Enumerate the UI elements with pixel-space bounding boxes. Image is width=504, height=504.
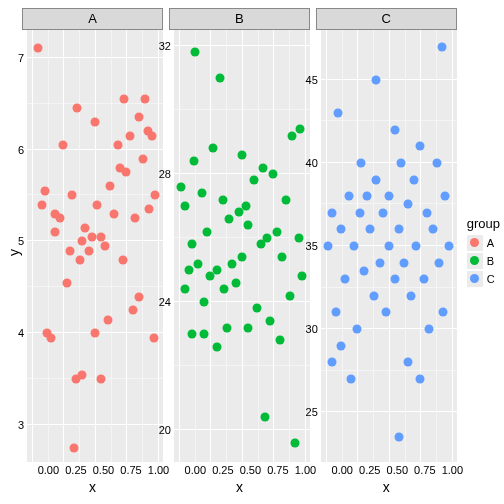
data-point [128, 306, 137, 315]
x-tick-label: 1.00 [148, 464, 169, 476]
x-tick-label: 0.50 [240, 464, 261, 476]
data-point [324, 242, 333, 251]
data-point [275, 336, 284, 345]
data-point [63, 278, 72, 287]
data-point [437, 42, 446, 51]
x-tick-label: 0.75 [267, 464, 288, 476]
data-point [135, 292, 144, 301]
facet-panel-B: B202428320.000.250.500.751.00x [169, 8, 310, 496]
data-point [359, 266, 368, 275]
data-point [328, 208, 337, 217]
data-point [191, 48, 200, 57]
data-point [265, 317, 274, 326]
x-tick-label: 0.00 [38, 464, 59, 476]
data-point [244, 323, 253, 332]
data-point [69, 444, 78, 453]
data-point [445, 242, 454, 251]
data-point [50, 228, 59, 237]
data-point [225, 214, 234, 223]
data-point [407, 291, 416, 300]
data-point [118, 255, 127, 264]
data-point [219, 195, 228, 204]
facet-strip: C [316, 8, 457, 30]
data-point [65, 246, 74, 255]
data-point [344, 192, 353, 201]
data-point [328, 358, 337, 367]
data-point [200, 330, 209, 339]
data-point [80, 223, 89, 232]
data-point [131, 214, 140, 223]
x-tick-label: 0.75 [414, 464, 435, 476]
data-point [193, 259, 202, 268]
data-point [403, 200, 412, 209]
data-point [336, 225, 345, 234]
y-tick-label: 24 [159, 296, 171, 308]
data-point [384, 242, 393, 251]
data-point [34, 44, 43, 53]
data-point [409, 175, 418, 184]
data-point [391, 275, 400, 284]
data-point [285, 291, 294, 300]
data-point [259, 163, 268, 172]
data-point [222, 323, 231, 332]
facet-strip: A [22, 8, 163, 30]
data-point [101, 242, 110, 251]
data-point [428, 225, 437, 234]
data-point [73, 104, 82, 113]
data-point [441, 192, 450, 201]
data-point [151, 191, 160, 200]
data-point [227, 259, 236, 268]
data-point [40, 186, 49, 195]
data-point [88, 232, 97, 241]
data-point [200, 298, 209, 307]
data-point [202, 227, 211, 236]
data-point [336, 341, 345, 350]
data-point [113, 140, 122, 149]
data-point [365, 225, 374, 234]
legend-label: A [487, 237, 494, 249]
data-point [145, 205, 154, 214]
data-point [97, 232, 106, 241]
data-point [78, 237, 87, 246]
legend: group ABC [467, 216, 500, 289]
data-point [288, 131, 297, 140]
data-point [187, 240, 196, 249]
data-point [355, 208, 364, 217]
data-point [435, 258, 444, 267]
x-tick-label: 0.00 [185, 464, 206, 476]
data-point [269, 170, 278, 179]
data-point [278, 253, 287, 262]
y-tick-label: 5 [18, 235, 24, 247]
x-axis-title: x [316, 478, 457, 496]
data-point [432, 158, 441, 167]
data-point [397, 158, 406, 167]
data-point [122, 168, 131, 177]
y-tick-label: 30 [306, 323, 318, 335]
data-point [138, 154, 147, 163]
data-point [273, 227, 282, 236]
data-point [197, 189, 206, 198]
data-point [412, 242, 421, 251]
data-point [75, 255, 84, 264]
data-point [220, 285, 229, 294]
data-point [97, 375, 106, 384]
y-tick-label: 32 [159, 40, 171, 52]
data-point [334, 109, 343, 118]
data-point [208, 144, 217, 153]
data-point [103, 315, 112, 324]
data-point [372, 75, 381, 84]
x-tick-label: 1.00 [295, 464, 316, 476]
plot-area [174, 30, 310, 462]
data-point [181, 202, 190, 211]
data-point [260, 413, 269, 422]
data-point [263, 234, 272, 243]
data-point [237, 253, 246, 262]
data-point [295, 125, 304, 134]
data-point [59, 140, 68, 149]
legend-item-C: C [467, 271, 500, 287]
facet-panel-C: C25303540450.000.250.500.751.00x [316, 8, 457, 496]
data-point [119, 94, 128, 103]
data-point [422, 208, 431, 217]
data-point [177, 182, 186, 191]
data-point [353, 325, 362, 334]
